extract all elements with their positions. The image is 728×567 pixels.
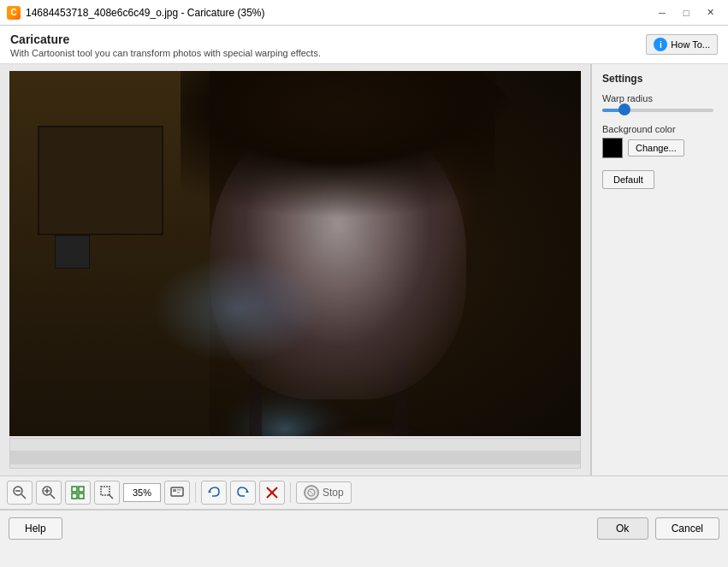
svg-line-18 <box>21 494 26 499</box>
bg-outlet <box>55 235 89 268</box>
how-to-label: How To... <box>671 39 710 50</box>
toolbar: Stop <box>0 475 728 510</box>
color-swatch[interactable] <box>602 138 623 158</box>
fit-button[interactable] <box>65 481 91 505</box>
redo-icon <box>235 485 251 500</box>
svg-rect-24 <box>72 487 77 492</box>
toolbar-separator-2 <box>290 482 291 503</box>
svg-rect-25 <box>79 487 84 492</box>
background-color-label: Background color <box>602 124 718 134</box>
svg-rect-31 <box>173 489 176 492</box>
minimize-button[interactable]: ─ <box>651 4 673 21</box>
settings-panel: Settings Warp radius Background color Ch… <box>591 64 728 475</box>
background-color-row: Change... <box>602 138 718 158</box>
zoom-in-button[interactable] <box>36 481 62 505</box>
cancel-button[interactable]: Cancel <box>655 517 719 540</box>
zoom-out-button[interactable] <box>7 481 33 505</box>
fit-icon <box>70 485 86 500</box>
bg-frame <box>38 126 163 235</box>
stop-label: Stop <box>323 487 344 499</box>
zoom-out-icon <box>12 485 27 500</box>
redo-button[interactable] <box>230 481 256 505</box>
titlebar-title: 14684453718_408e6c6c49_o.jpg - Caricatur… <box>26 7 651 19</box>
hair-overlay <box>181 71 494 254</box>
svg-rect-33 <box>177 492 180 493</box>
stop-circle-icon <box>304 485 319 500</box>
section-description: With Cartoonist tool you can transform p… <box>10 48 321 58</box>
svg-line-29 <box>109 494 113 499</box>
maximize-button[interactable]: □ <box>675 4 697 21</box>
photo-display <box>9 71 581 436</box>
scrollbar-area[interactable] <box>9 438 581 469</box>
delete-icon <box>264 485 280 500</box>
image-container[interactable] <box>9 71 581 436</box>
svg-marker-35 <box>246 490 249 493</box>
warp-radius-slider[interactable] <box>602 109 713 112</box>
zoom-select-button[interactable] <box>94 481 120 505</box>
settings-title: Settings <box>602 73 718 85</box>
main-content: Settings Warp radius Background color Ch… <box>0 64 728 475</box>
svg-line-21 <box>50 494 55 499</box>
stop-button[interactable]: Stop <box>296 481 352 504</box>
warp-radius-label: Warp radius <box>602 93 718 103</box>
svg-rect-32 <box>177 489 181 491</box>
change-color-button[interactable]: Change... <box>628 139 684 157</box>
zoom-select-icon <box>99 485 115 500</box>
undo-icon <box>206 485 222 500</box>
zoom-input[interactable] <box>123 483 161 502</box>
navigate-icon <box>169 485 185 500</box>
ok-button[interactable]: Ok <box>597 517 648 540</box>
svg-line-39 <box>310 491 313 494</box>
header: Caricature With Cartoonist tool you can … <box>0 26 728 64</box>
section-title: Caricature <box>10 32 321 46</box>
glow-overlay <box>152 254 323 363</box>
svg-rect-26 <box>72 493 77 499</box>
titlebar-controls: ─ □ ✕ <box>651 4 721 21</box>
zoom-in-icon <box>41 485 56 500</box>
navigate-button[interactable] <box>164 481 190 505</box>
default-button[interactable]: Default <box>602 170 654 189</box>
svg-marker-34 <box>208 490 211 493</box>
header-info: Caricature With Cartoonist tool you can … <box>10 32 321 58</box>
undo-button[interactable] <box>201 481 227 505</box>
svg-rect-27 <box>79 493 84 499</box>
footer: Help Ok Cancel <box>0 510 728 546</box>
svg-rect-28 <box>101 487 109 495</box>
help-button[interactable]: Help <box>9 517 62 540</box>
canvas-area <box>0 64 591 475</box>
app-icon: C <box>7 6 21 20</box>
how-to-button[interactable]: i How To... <box>646 34 718 55</box>
stop-inner-icon <box>307 488 316 497</box>
footer-right-buttons: Ok Cancel <box>597 517 719 540</box>
close-button[interactable]: ✕ <box>699 4 721 21</box>
slider-thumb[interactable] <box>619 103 630 115</box>
delete-button[interactable] <box>259 481 285 505</box>
info-icon: i <box>654 38 667 51</box>
titlebar: C 14684453718_408e6c6c49_o.jpg - Caricat… <box>0 0 728 26</box>
toolbar-separator-1 <box>195 482 196 503</box>
scroll-track <box>10 451 580 464</box>
warp-radius-container: Warp radius <box>602 93 718 112</box>
